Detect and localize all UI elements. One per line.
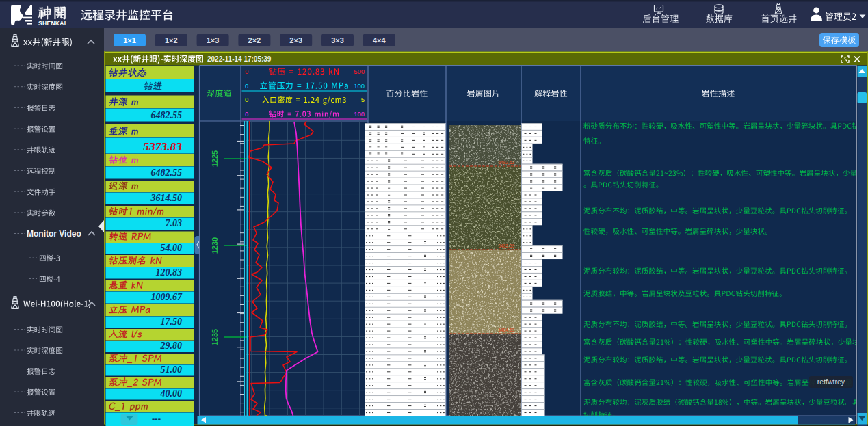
svg-text:1×3: 1×3 xyxy=(207,36,220,44)
svg-text:6482.55: 6482.55 xyxy=(151,110,183,120)
svg-text:6482.55: 6482.55 xyxy=(151,168,183,178)
svg-text:1009.67: 1009.67 xyxy=(151,292,183,302)
svg-text:29.80: 29.80 xyxy=(160,341,183,351)
svg-text:17.50: 17.50 xyxy=(161,317,183,327)
svg-text:0: 0 xyxy=(245,96,248,103)
svg-text:54.00: 54.00 xyxy=(161,243,183,253)
svg-text:3614.50: 3614.50 xyxy=(150,193,183,203)
svg-text:5: 5 xyxy=(361,96,365,103)
svg-text:1×2: 1×2 xyxy=(165,36,178,44)
svg-text:100: 100 xyxy=(354,110,365,118)
svg-text:1235: 1235 xyxy=(211,329,219,345)
svg-text:0: 0 xyxy=(245,68,248,75)
svg-text:retfwtrey: retfwtrey xyxy=(817,377,845,386)
svg-text:100: 100 xyxy=(354,82,365,90)
svg-text:7.03: 7.03 xyxy=(166,218,183,228)
svg-text:1225: 1225 xyxy=(211,150,219,167)
svg-text:4×4: 4×4 xyxy=(373,36,386,44)
svg-text:1230: 1230 xyxy=(211,237,219,254)
svg-text:2×2: 2×2 xyxy=(248,36,261,44)
svg-text:SHENKAI: SHENKAI xyxy=(38,20,66,27)
svg-text:1×1: 1×1 xyxy=(123,36,136,44)
svg-text:6483.59: 6483.59 xyxy=(499,243,515,248)
svg-text:---: --- xyxy=(152,414,161,424)
svg-text:5373.83: 5373.83 xyxy=(143,139,182,153)
svg-text:2×3: 2×3 xyxy=(289,36,302,44)
svg-text:0: 0 xyxy=(245,110,248,118)
svg-text:3×3: 3×3 xyxy=(331,36,344,44)
svg-text:2022-11-14 17:05:39: 2022-11-14 17:05:39 xyxy=(207,55,272,63)
svg-text:0: 0 xyxy=(245,82,248,90)
svg-text:40.00: 40.00 xyxy=(160,388,183,399)
svg-text:51.00: 51.00 xyxy=(161,364,183,375)
svg-text:6484.59: 6484.59 xyxy=(499,328,515,332)
svg-text:6482.53: 6482.53 xyxy=(499,160,515,165)
svg-text:120.83: 120.83 xyxy=(156,267,183,278)
svg-text:Monitor Video: Monitor Video xyxy=(27,229,81,239)
svg-text:500: 500 xyxy=(354,68,365,75)
